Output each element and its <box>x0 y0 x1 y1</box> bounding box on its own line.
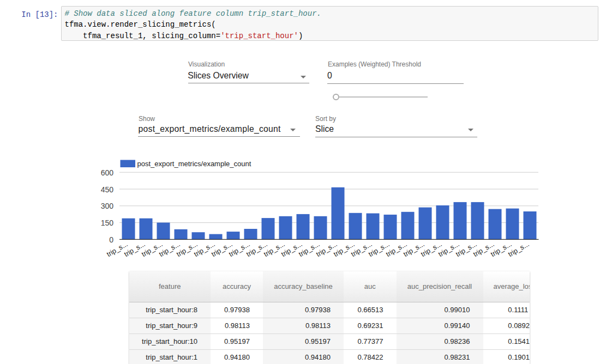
svg-text:300: 300 <box>101 202 114 210</box>
svg-text:150: 150 <box>101 219 114 227</box>
svg-text:0: 0 <box>109 235 113 244</box>
svg-text:post_export_metrics/example_co: post_export_metrics/example_count <box>137 160 251 168</box>
svg-text:600: 600 <box>101 168 114 177</box>
svg-text:450: 450 <box>101 185 114 194</box>
